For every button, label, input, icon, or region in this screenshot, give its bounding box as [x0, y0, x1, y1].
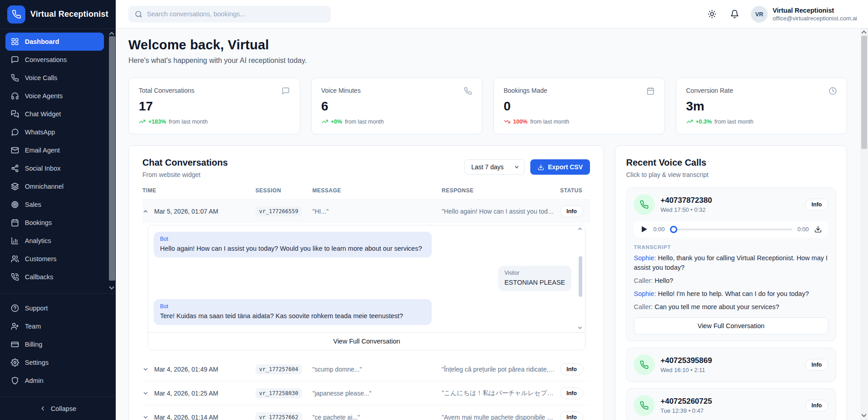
scroll-down-icon[interactable]: [578, 325, 582, 329]
page-content: Welcome back, Virtual Here's what's happ…: [116, 29, 868, 420]
sidebar-item-omnichannel[interactable]: Omnichannel: [5, 177, 104, 196]
trending-up-icon: [321, 118, 328, 125]
chevron-down-icon[interactable]: [142, 366, 154, 372]
stat-change-suffix: from last month: [530, 119, 569, 125]
conversation-scrollbar[interactable]: [578, 227, 583, 330]
info-button[interactable]: Info: [805, 359, 828, 371]
info-button[interactable]: Info: [560, 411, 583, 420]
stat-card-voice-minutes: Voice Minutes 6 +0% from last month: [311, 77, 483, 134]
theme-toggle-button[interactable]: [706, 8, 718, 20]
page-scrollbar[interactable]: [860, 29, 868, 420]
scroll-up-icon[interactable]: [578, 228, 582, 231]
table-row[interactable]: Mar 4, 2026, 01:14 AM vr_177257662 "ce p…: [142, 406, 590, 420]
sidebar-item-dashboard[interactable]: Dashboard: [5, 33, 104, 51]
voice-call-card[interactable]: +40725260725 Tue 12:39 • 0:47 Info: [626, 388, 836, 420]
search-input[interactable]: [147, 10, 325, 18]
conversation-scrollbar-thumb[interactable]: [579, 256, 582, 297]
transcript-line: Sophie: Hello! I'm here to help. What ca…: [634, 289, 828, 299]
sidebar-item-support[interactable]: Support: [5, 299, 104, 317]
mail-icon: [11, 146, 19, 154]
phone-call-icon: [11, 273, 19, 281]
sidebar-scrollbar[interactable]: [108, 29, 116, 293]
calendar-icon: [646, 87, 655, 95]
info-button[interactable]: Info: [560, 387, 583, 399]
stat-change-value: +0.3%: [696, 119, 712, 125]
voice-call-card[interactable]: +40725395869 Wed 16:10 • 2:11 Info: [626, 348, 836, 382]
message-circle-icon: [11, 128, 19, 136]
sidebar-item-conversations[interactable]: Conversations: [5, 51, 104, 69]
view-full-conversation-button[interactable]: View Full Conversation: [634, 317, 828, 334]
call-number: +40725260725: [660, 397, 712, 406]
player-seek-slider[interactable]: [670, 226, 792, 233]
sidebar-item-team[interactable]: Team: [5, 317, 104, 335]
sidebar-secondary-nav: Support Team Billing Settings Admin: [0, 293, 116, 393]
chevron-down-icon: [515, 164, 519, 168]
user-meta: Virtual Receptionist office@virtualrecep…: [773, 7, 857, 22]
conversation-messages: Bot Hello again! How can I assist you to…: [148, 225, 585, 332]
export-csv-button[interactable]: Export CSV: [530, 159, 590, 175]
stat-card-bookings-made: Bookings Made 0 100% from last month: [493, 77, 665, 134]
stat-label: Bookings Made: [504, 87, 547, 94]
date-range-select[interactable]: Last 7 days: [464, 159, 525, 175]
table-row[interactable]: Mar 4, 2026, 01:25 AM vr_177258030 "japa…: [142, 382, 590, 406]
sidebar-item-callbacks[interactable]: Callbacks: [5, 268, 104, 286]
visitor-message-bubble: Visitor ESTONIAN PLEASE: [498, 266, 571, 291]
table-row[interactable]: Mar 5, 2026, 01:07 AM vr_177266559 "HI..…: [142, 200, 590, 223]
sidebar-item-chat-widget[interactable]: Chat Widget: [5, 105, 104, 123]
shield-icon: [11, 377, 19, 385]
search-box[interactable]: [128, 6, 331, 23]
chevron-down-icon[interactable]: [142, 414, 154, 420]
scroll-down-icon[interactable]: [861, 412, 866, 417]
voice-call-card[interactable]: +40737872380 Wed 17:50 • 0:32 Info 0:00: [626, 187, 836, 341]
info-button[interactable]: Info: [560, 363, 583, 375]
player-total-time: 0:00: [797, 226, 809, 233]
main-area: VR Virtual Receptionist office@virtualre…: [116, 0, 868, 420]
session-badge: vr_177257604: [255, 364, 302, 374]
page-scrollbar-thumb[interactable]: [861, 36, 867, 149]
users-icon: [11, 255, 19, 263]
transcript-line: Sophie: Hello, thank you for calling Vir…: [634, 253, 828, 272]
sidebar-item-analytics[interactable]: Analytics: [5, 232, 104, 250]
bell-icon: [730, 10, 739, 19]
user-menu[interactable]: VR Virtual Receptionist office@virtualre…: [751, 6, 857, 23]
sidebar-item-customers[interactable]: Customers: [5, 250, 104, 268]
call-meta: Wed 16:10 • 2:11: [660, 367, 712, 373]
stat-value: 17: [139, 99, 290, 114]
sidebar-item-email-agent[interactable]: Email Agent: [5, 141, 104, 159]
info-button[interactable]: Info: [805, 400, 828, 411]
sidebar-scrollbar-thumb[interactable]: [109, 36, 115, 281]
audio-player: 0:00 0:00: [634, 221, 828, 238]
play-icon[interactable]: [640, 225, 648, 233]
download-icon[interactable]: [814, 225, 822, 233]
sidebar-collapse-button[interactable]: Collapse: [0, 396, 116, 420]
view-full-conversation-button[interactable]: View Full Conversation: [148, 332, 585, 350]
table-header: TIME SESSION MESSAGE RESPONSE STATUS: [142, 178, 590, 200]
chevron-up-icon[interactable]: [142, 208, 154, 215]
info-button[interactable]: Info: [805, 199, 828, 210]
sidebar-item-sales[interactable]: Sales: [5, 196, 104, 214]
clock-icon: [829, 87, 837, 95]
sidebar-item-voice-agents[interactable]: Voice Agents: [5, 87, 104, 105]
sidebar-item-admin[interactable]: Admin: [5, 372, 104, 390]
sidebar-item-settings[interactable]: Settings: [5, 353, 104, 372]
stat-change-value: +183%: [148, 119, 166, 125]
table-row[interactable]: Mar 4, 2026, 01:49 AM vr_177257604 "scum…: [142, 358, 590, 382]
scroll-down-icon[interactable]: [109, 284, 114, 289]
info-button[interactable]: Info: [560, 205, 583, 217]
trending-down-icon: [504, 118, 510, 125]
scroll-up-icon[interactable]: [861, 30, 866, 35]
sidebar-item-whatsapp[interactable]: WhatsApp: [5, 123, 104, 141]
transcript-line: Caller: Can you tell me more about your …: [634, 302, 828, 312]
bot-message-bubble: Bot Hello again! How can I assist you to…: [154, 232, 432, 258]
session-badge: vr_177258030: [255, 388, 302, 398]
sidebar-item-billing[interactable]: Billing: [5, 335, 104, 353]
chevron-down-icon[interactable]: [142, 390, 154, 396]
sidebar-item-bookings[interactable]: Bookings: [5, 214, 104, 232]
message-square-icon: [282, 87, 290, 95]
notifications-button[interactable]: [728, 8, 741, 20]
chat-panel-title: Chat Conversations: [142, 158, 228, 168]
sidebar-item-voice-calls[interactable]: Voice Calls: [5, 69, 104, 87]
sidebar-item-social-inbox[interactable]: Social Inbox: [5, 159, 104, 177]
slider-handle[interactable]: [670, 226, 677, 233]
phone-icon: [634, 194, 655, 215]
